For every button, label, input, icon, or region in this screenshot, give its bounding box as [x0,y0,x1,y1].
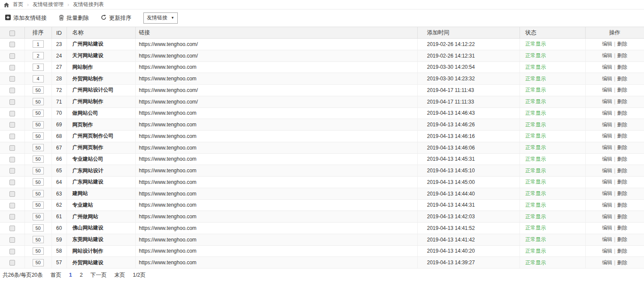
row-checkbox[interactable] [9,99,15,105]
delete-link[interactable]: 删除 [617,179,627,185]
delete-link[interactable]: 删除 [617,87,627,93]
row-add-time: 2019-04-13 14:44:31 [417,199,519,211]
sort-order-input[interactable] [33,167,44,174]
delete-link[interactable]: 删除 [617,225,627,231]
delete-link[interactable]: 删除 [617,64,627,70]
sort-order-input[interactable] [33,86,44,94]
edit-link[interactable]: 编辑 [602,144,612,150]
add-link-button[interactable]: 添加友情链接 [5,14,47,22]
edit-link[interactable]: 编辑 [602,156,612,162]
edit-link[interactable]: 编辑 [602,225,612,231]
edit-link[interactable]: 编辑 [602,87,612,93]
delete-link[interactable]: 删除 [617,52,627,58]
pagination-last[interactable]: 末页 [114,272,125,279]
sort-order-input[interactable] [33,75,44,82]
update-sort-button[interactable]: 更新排序 [101,14,131,22]
batch-delete-button[interactable]: 批量删除 [59,14,89,22]
row-checkbox[interactable] [9,237,15,243]
delete-link[interactable]: 删除 [617,41,627,47]
sort-order-input[interactable] [33,52,44,59]
row-checkbox[interactable] [9,214,15,220]
sort-order-input[interactable] [33,224,44,232]
pagination-page-2[interactable]: 2 [80,272,83,278]
pagination-first[interactable]: 首页 [51,272,61,279]
edit-link[interactable]: 编辑 [602,168,612,174]
row-checkbox[interactable] [9,145,15,151]
sort-order-input[interactable] [33,64,44,71]
delete-link[interactable]: 删除 [617,144,627,150]
row-checkbox[interactable] [9,168,15,174]
edit-link[interactable]: 编辑 [602,202,612,208]
row-checkbox[interactable] [9,191,15,197]
row-checkbox[interactable] [9,76,15,82]
edit-link[interactable]: 编辑 [602,214,612,220]
edit-link[interactable]: 编辑 [602,122,612,128]
select-all-checkbox[interactable] [9,31,15,36]
links-table: 排序 ID 名称 链接 添加时间 状态 操作 23 广州网站建设 https:/… [0,27,644,269]
row-name: 做网站公司 [67,107,135,119]
sort-order-input[interactable] [33,98,44,105]
edit-link[interactable]: 编辑 [602,41,612,47]
row-id: 28 [52,73,67,85]
breadcrumb-link-list[interactable]: 友情链接列表 [73,1,104,8]
edit-link[interactable]: 编辑 [602,98,612,104]
delete-link[interactable]: 删除 [617,110,627,116]
sort-order-input[interactable] [33,132,44,140]
row-checkbox[interactable] [9,260,15,266]
edit-link[interactable]: 编辑 [602,76,612,82]
edit-link[interactable]: 编辑 [602,236,612,242]
delete-link[interactable]: 删除 [617,133,627,139]
breadcrumb-link-manage[interactable]: 友情链接管理 [33,1,64,8]
edit-link[interactable]: 编辑 [602,52,612,58]
row-checkbox[interactable] [9,249,15,254]
delete-link[interactable]: 删除 [617,168,627,174]
row-checkbox[interactable] [9,88,15,93]
edit-link[interactable]: 编辑 [602,64,612,70]
sort-order-input[interactable] [33,156,44,163]
row-checkbox[interactable] [9,111,15,116]
delete-link[interactable]: 删除 [617,156,627,162]
edit-link[interactable]: 编辑 [602,248,612,254]
delete-link[interactable]: 删除 [617,260,627,266]
edit-link[interactable]: 编辑 [602,179,612,185]
row-checkbox[interactable] [9,157,15,162]
delete-link[interactable]: 删除 [617,98,627,104]
breadcrumb-home[interactable]: 首页 [13,1,23,8]
row-checkbox[interactable] [9,134,15,139]
delete-link[interactable]: 删除 [617,122,627,128]
sort-order-input[interactable] [33,110,44,117]
sort-order-input[interactable] [33,202,44,209]
sort-order-input[interactable] [33,247,44,255]
sort-order-input[interactable] [33,190,44,197]
toolbar: 添加友情链接 批量删除 更新排序 友情链接 ▼ [5,12,644,24]
row-checkbox[interactable] [9,226,15,231]
edit-link[interactable]: 编辑 [602,110,612,116]
link-type-select[interactable]: 友情链接 ▼ [143,12,178,24]
delete-link[interactable]: 删除 [617,190,627,196]
row-checkbox[interactable] [9,42,15,47]
action-separator: | [614,225,615,231]
delete-link[interactable]: 删除 [617,214,627,220]
edit-link[interactable]: 编辑 [602,260,612,266]
row-checkbox[interactable] [9,122,15,128]
delete-link[interactable]: 删除 [617,248,627,254]
row-checkbox[interactable] [9,180,15,185]
sort-order-input[interactable] [33,40,44,48]
sort-order-input[interactable] [33,259,44,266]
row-checkbox[interactable] [9,53,15,59]
sort-order-input[interactable] [33,178,44,186]
row-checkbox[interactable] [9,203,15,208]
delete-link[interactable]: 删除 [617,76,627,82]
delete-link[interactable]: 删除 [617,236,627,242]
pagination-next[interactable]: 下一页 [91,272,107,279]
sort-order-input[interactable] [33,121,44,128]
sort-order-input[interactable] [33,236,44,243]
table-row: 58 网站设计制作 https://www.tenghoo.com 2019-0… [0,245,644,257]
edit-link[interactable]: 编辑 [602,133,612,139]
sort-order-input[interactable] [33,144,44,151]
edit-link[interactable]: 编辑 [602,190,612,196]
row-checkbox[interactable] [9,65,15,70]
pagination-page-1-current[interactable]: 1 [69,272,72,278]
sort-order-input[interactable] [33,213,44,220]
delete-link[interactable]: 删除 [617,202,627,208]
